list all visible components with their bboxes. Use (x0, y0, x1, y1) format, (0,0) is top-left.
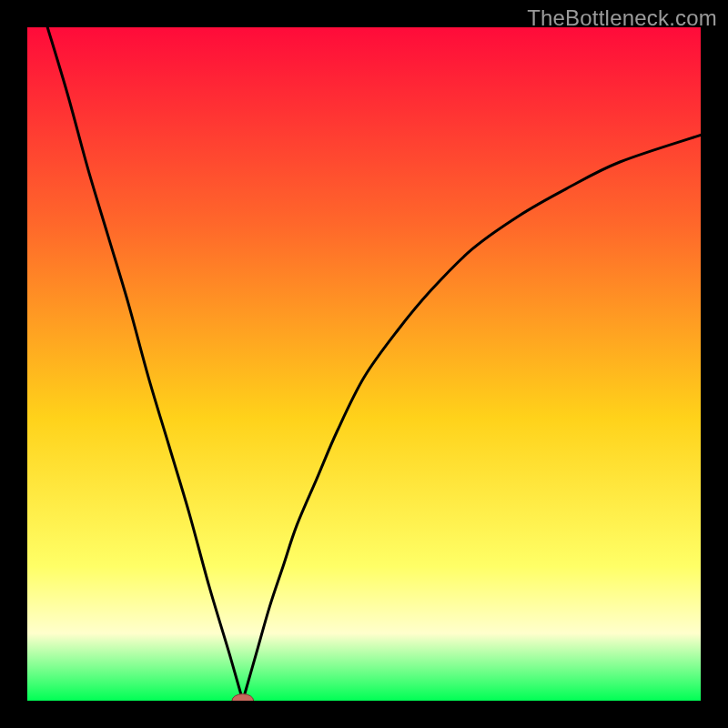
chart-frame (27, 27, 701, 701)
bottleneck-plot (27, 27, 701, 701)
gradient-background (27, 27, 701, 701)
watermark-text: TheBottleneck.com (527, 5, 717, 31)
